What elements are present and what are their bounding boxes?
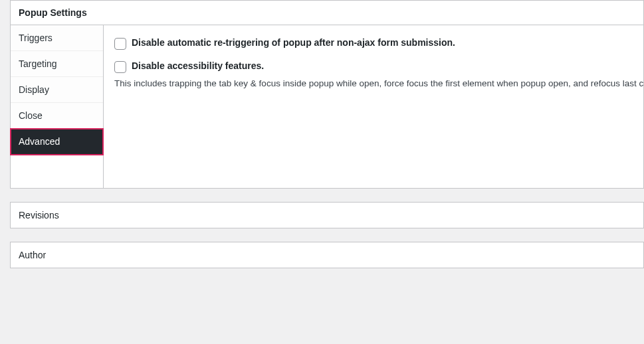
- tab-targeting[interactable]: Targeting: [11, 51, 103, 77]
- author-title[interactable]: Author: [11, 242, 643, 268]
- label-disable-accessibility[interactable]: Disable accessibility features.: [132, 60, 264, 71]
- tab-content-advanced: Disable automatic re-triggering of popup…: [104, 25, 643, 188]
- revisions-title[interactable]: Revisions: [11, 203, 643, 228]
- popup-settings-panel: Popup Settings Triggers Targeting Displa…: [10, 0, 644, 189]
- author-panel: Author: [10, 242, 644, 268]
- field-disable-accessibility: Disable accessibility features. This inc…: [114, 60, 633, 90]
- tab-triggers[interactable]: Triggers: [11, 25, 103, 51]
- popup-settings-body: Triggers Targeting Display Close Advance…: [11, 25, 643, 188]
- label-disable-retrigger[interactable]: Disable automatic re-triggering of popup…: [132, 37, 455, 48]
- checkbox-disable-retrigger[interactable]: [114, 38, 126, 50]
- description-disable-accessibility: This includes trapping the tab key & foc…: [114, 77, 633, 90]
- revisions-panel: Revisions: [10, 202, 644, 228]
- tab-display[interactable]: Display: [11, 77, 103, 103]
- popup-settings-title: Popup Settings: [11, 1, 643, 25]
- tab-close[interactable]: Close: [11, 103, 103, 129]
- tab-advanced[interactable]: Advanced: [11, 129, 103, 155]
- field-disable-retrigger: Disable automatic re-triggering of popup…: [114, 37, 633, 50]
- settings-tabs-nav: Triggers Targeting Display Close Advance…: [11, 25, 104, 188]
- checkbox-disable-accessibility[interactable]: [114, 61, 126, 73]
